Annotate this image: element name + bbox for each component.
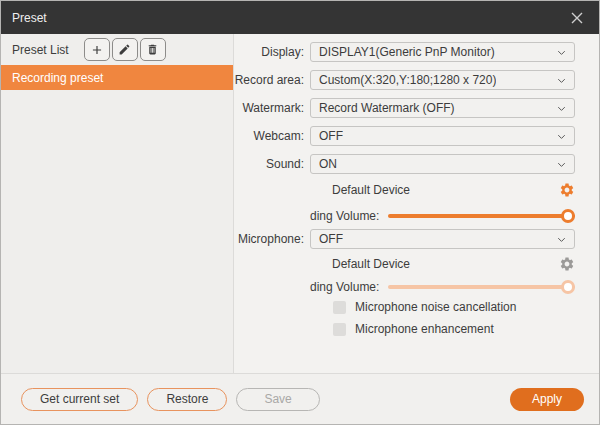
sidebar-item-recording-preset[interactable]: Recording preset [1,65,233,90]
delete-preset-button[interactable] [140,38,166,61]
preset-list-header: Preset List [1,34,233,65]
microphone-volume-slider[interactable] [388,280,575,294]
chevron-down-icon [555,130,568,143]
microphone-device-name: Default Device [310,257,410,271]
dialog-title: Preset [12,11,47,25]
noise-cancellation-label: Microphone noise cancellation [355,300,516,314]
titlebar: Preset [1,1,599,34]
sound-row: Sound: ON [234,154,575,174]
edit-preset-button[interactable] [112,38,138,61]
sound-select[interactable]: ON [310,154,575,174]
display-row: Display: DISPLAY1(Generic PnP Monitor) [234,42,575,62]
sound-volume-slider[interactable] [388,209,575,223]
sound-volume-label: ding Volume: [310,209,379,223]
watermark-row: Watermark: Record Watermark (OFF) [234,98,575,118]
chevron-down-icon [555,102,568,115]
restore-button[interactable]: Restore [147,388,227,411]
chevron-down-icon [555,74,568,87]
sound-volume-row: ding Volume: [234,208,575,224]
record-area-row: Record area: Custom(X:320,Y:180;1280 x 7… [234,70,575,90]
webcam-select[interactable]: OFF [310,126,575,146]
webcam-row: Webcam: OFF [234,126,575,146]
microphone-label: Microphone: [234,232,304,246]
preset-list-label: Preset List [12,43,69,57]
apply-button[interactable]: Apply [510,388,584,411]
noise-cancellation-checkbox[interactable] [333,301,346,314]
plus-icon [90,43,104,57]
display-label: Display: [234,45,304,59]
close-icon[interactable] [568,9,586,27]
chevron-down-icon [555,158,568,171]
webcam-label: Webcam: [234,129,304,143]
sound-device-name: Default Device [310,183,410,197]
microphone-device-row: Default Device [234,257,575,271]
sound-label: Sound: [234,157,304,171]
display-select[interactable]: DISPLAY1(Generic PnP Monitor) [310,42,575,62]
watermark-label: Watermark: [234,101,304,115]
record-area-label: Record area: [234,73,304,87]
preset-list-panel: Preset List Recordi [1,34,234,373]
microphone-settings-gear-icon[interactable] [559,256,575,272]
trash-icon [146,43,159,56]
slider-handle[interactable] [561,280,575,294]
sound-device-row: Default Device [234,183,575,197]
add-preset-button[interactable] [84,38,110,61]
preset-settings-panel: Display: DISPLAY1(Generic PnP Monitor) R… [234,34,599,373]
enhancement-label: Microphone enhancement [355,322,494,336]
record-area-select[interactable]: Custom(X:320,Y:180;1280 x 720) [310,70,575,90]
chevron-down-icon [555,46,568,59]
enhancement-row: Microphone enhancement [234,322,575,336]
pencil-icon [118,43,131,56]
noise-cancellation-row: Microphone noise cancellation [234,300,575,314]
slider-track [388,214,575,218]
get-current-set-button[interactable]: Get current set [21,388,138,411]
slider-handle[interactable] [561,209,575,223]
microphone-volume-label: ding Volume: [310,280,379,294]
preset-item-label: Recording preset [12,71,103,85]
enhancement-checkbox[interactable] [333,323,346,336]
chevron-down-icon [555,233,568,246]
microphone-select[interactable]: OFF [310,229,575,249]
preset-dialog: Preset Preset List [0,0,600,425]
slider-track [388,285,575,289]
microphone-volume-row: ding Volume: [234,279,575,295]
save-button[interactable]: Save [236,388,319,411]
sound-settings-gear-icon[interactable] [559,182,575,198]
watermark-select[interactable]: Record Watermark (OFF) [310,98,575,118]
microphone-row: Microphone: OFF [234,229,575,249]
footer-bar: Get current set Restore Save Apply [1,373,599,424]
